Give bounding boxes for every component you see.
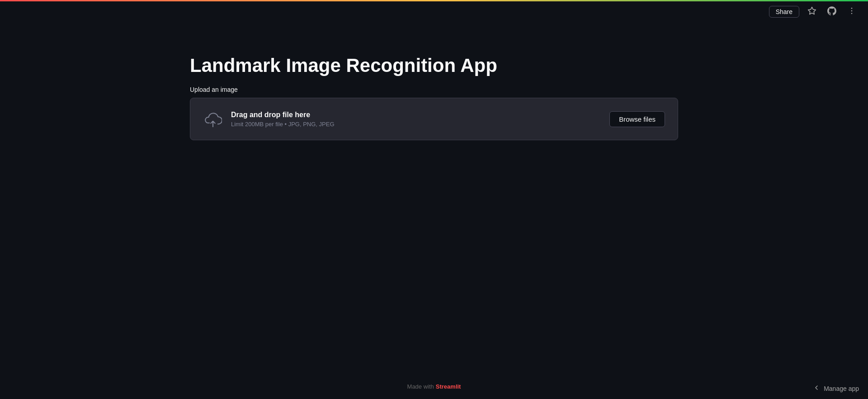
manage-app-label: Manage app bbox=[824, 385, 859, 392]
more-options-button[interactable] bbox=[844, 5, 859, 19]
share-label: Share bbox=[776, 8, 793, 15]
github-icon bbox=[827, 6, 836, 18]
svg-point-3 bbox=[851, 13, 853, 14]
made-with-text: Made with bbox=[407, 383, 434, 390]
star-icon bbox=[807, 6, 816, 18]
chevron-left-icon bbox=[813, 384, 820, 393]
svg-marker-0 bbox=[808, 7, 816, 14]
more-options-icon bbox=[847, 6, 856, 18]
header: Share bbox=[0, 0, 868, 24]
streamlit-link[interactable]: Streamlit bbox=[436, 383, 461, 390]
drag-drop-text: Drag and drop file here bbox=[231, 111, 335, 119]
cloud-upload-icon bbox=[203, 109, 223, 129]
svg-point-2 bbox=[851, 10, 853, 11]
page-title: Landmark Image Recognition App bbox=[190, 54, 678, 77]
top-gradient-bar bbox=[0, 0, 868, 1]
star-button[interactable] bbox=[805, 5, 819, 19]
manage-app-button[interactable]: Manage app bbox=[813, 384, 859, 393]
upload-text-group: Drag and drop file here Limit 200MB per … bbox=[231, 111, 335, 128]
browse-files-button[interactable]: Browse files bbox=[609, 111, 665, 127]
github-button[interactable] bbox=[825, 5, 839, 19]
share-button[interactable]: Share bbox=[769, 6, 799, 18]
upload-label: Upload an image bbox=[190, 86, 678, 93]
upload-limit-text: Limit 200MB per file • JPG, PNG, JPEG bbox=[231, 121, 335, 128]
upload-left-section: Drag and drop file here Limit 200MB per … bbox=[203, 109, 335, 129]
svg-point-1 bbox=[851, 7, 853, 9]
footer: Made with Streamlit bbox=[407, 383, 461, 390]
upload-dropzone[interactable]: Drag and drop file here Limit 200MB per … bbox=[190, 98, 678, 140]
